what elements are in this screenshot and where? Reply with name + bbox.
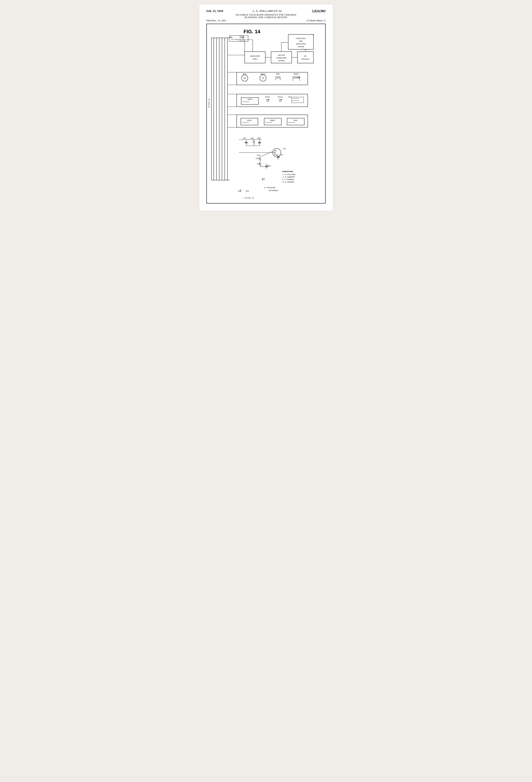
header: Feb. 25, 1958 L. G. POLLARD ET AL 2,824,…	[206, 9, 326, 22]
svg-text:SSU: SSU	[241, 36, 245, 38]
svg-text:ELU: ELU	[243, 73, 246, 75]
svg-text:60~: 60~	[304, 55, 307, 57]
svg-rect-20	[245, 51, 265, 63]
svg-text:DMU: DMU	[294, 119, 297, 121]
svg-text:BELU: BELU	[261, 73, 266, 75]
svg-text:SPAU: SPAU	[253, 58, 257, 60]
svg-text:DMGU: DMGU	[248, 99, 252, 100]
svg-text:AMPLIFIER: AMPLIFIER	[250, 55, 260, 57]
svg-text:-209: -209	[257, 137, 261, 139]
figure-label: FIG. 14	[243, 29, 261, 34]
svg-text:SU: SU	[230, 36, 232, 38]
svg-point-39	[260, 75, 266, 81]
svg-rect-27	[297, 51, 313, 63]
svg-text:AND: AND	[299, 40, 303, 42]
svg-rect-72	[287, 118, 304, 125]
svg-text:DS1U: DS1U	[278, 96, 283, 98]
svg-text:LFMU: LFMU	[247, 119, 251, 121]
svg-text:PBU: PBU	[276, 73, 280, 75]
svg-text:216-: 216-	[256, 157, 259, 159]
svg-text:207-: 207-	[243, 137, 246, 139]
svg-text:F. T. TURNER: F. T. TURNER	[282, 179, 294, 181]
svg-text:208-: 208-	[251, 137, 254, 139]
inventor-name: L. G. POLLARD ET AL	[223, 9, 312, 13]
svg-text:UPPER: UPPER	[278, 60, 284, 62]
patent-date: Feb. 25, 1958	[206, 9, 223, 13]
svg-text:-202: -202	[245, 190, 249, 192]
svg-text:EMSU: EMSU	[294, 73, 299, 75]
svg-text:TONE GEN.: TONE GEN.	[296, 37, 306, 39]
circuit-diagram: FIG. 14 TO FIG. 12 SU SSU	[206, 24, 326, 204]
svg-text:-211: -211	[282, 147, 287, 150]
svg-text:C. R. DEIBERT: C. R. DEIBERT	[282, 176, 295, 178]
patent-number: 2,824,902	[312, 9, 326, 13]
svg-text:m. Srleynolds: m. Srleynolds	[264, 186, 275, 189]
svg-point-37	[244, 77, 245, 79]
svg-text:— TO FIG. 15: — TO FIG. 15	[242, 197, 254, 199]
svg-point-36	[241, 75, 248, 81]
svg-text:+: +	[313, 34, 314, 36]
svg-text:212: 212	[280, 154, 283, 156]
svg-text:UPPER: UPPER	[298, 46, 304, 48]
svg-line-91	[275, 150, 277, 151]
svg-marker-60	[268, 99, 270, 101]
svg-text:MOTOR: MOTOR	[278, 54, 285, 56]
svg-text:STABILIZER: STABILIZER	[276, 57, 287, 59]
patent-page: Feb. 25, 1958 L. G. POLLARD ET AL 2,824,…	[199, 5, 333, 210]
patent-title: FACSIMILE TELEGRAPH APPARATUS FOR VARIAB…	[206, 13, 326, 19]
svg-marker-64	[281, 99, 282, 101]
svg-text:201: 201	[238, 190, 241, 192]
svg-marker-94	[276, 154, 278, 156]
svg-text:BY: BY	[262, 178, 265, 181]
to-fig12-label: TO FIG. 12	[208, 99, 210, 108]
svg-line-109	[261, 151, 273, 156]
svg-text:DBMU: DBMU	[270, 119, 275, 121]
svg-text:R. H. SNIDER: R. H. SNIDER	[282, 181, 294, 183]
svg-text:SOURCE: SOURCE	[302, 58, 309, 60]
svg-rect-68	[241, 118, 258, 125]
svg-text:AMPLIFIER: AMPLIFIER	[296, 43, 306, 45]
svg-text:215-: 215-	[257, 154, 261, 156]
svg-rect-70	[264, 118, 281, 125]
svg-text:DS2U: DS2U	[265, 96, 270, 98]
svg-text:204-: 204-	[288, 96, 292, 98]
header-filed: Filed Dec. 13, 1951 12 Sheets-Sheet 11	[206, 19, 326, 22]
svg-point-40	[262, 77, 264, 79]
svg-text:213-: 213-	[257, 163, 261, 165]
svg-text:ATTORNEY: ATTORNEY	[269, 189, 279, 191]
circuit-svg: FIG. 14 TO FIG. 12 SU SSU	[207, 24, 326, 203]
svg-text:L. G. POLLARD: L. G. POLLARD	[282, 174, 296, 176]
svg-text:INVENTORS: INVENTORS	[282, 171, 293, 173]
svg-rect-66	[292, 97, 304, 103]
